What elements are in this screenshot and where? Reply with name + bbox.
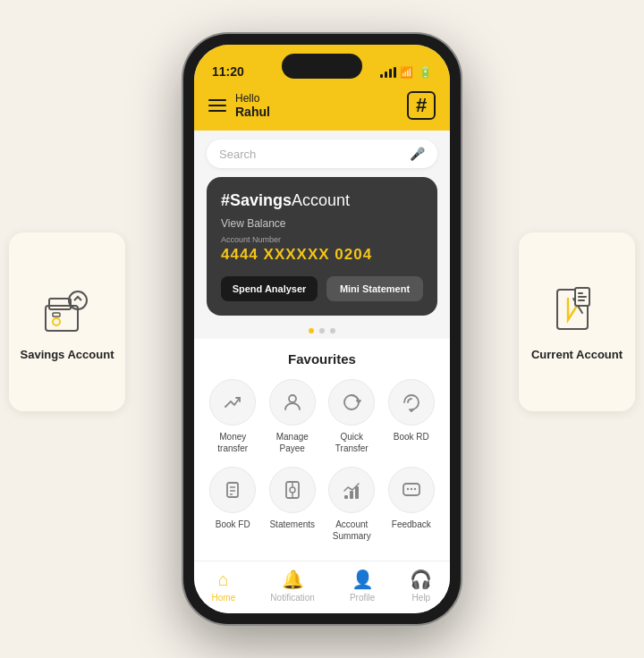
dot-2[interactable] [319, 328, 325, 333]
notification-icon: 🔔 [282, 569, 304, 590]
money-transfer-icon [209, 379, 256, 426]
svg-rect-8 [578, 296, 587, 298]
svg-rect-20 [355, 486, 359, 499]
bottom-nav: ⌂ Home 🔔 Notification 👤 Profile 🎧 Help [194, 561, 450, 613]
hamburger-line-2 [208, 105, 226, 106]
account-number-label: Account Number [221, 235, 423, 244]
feedback-icon [388, 467, 435, 513]
account-number: 4444 XXXXXX 0204 [221, 246, 423, 264]
battery-icon: 🔋 [419, 66, 432, 79]
nav-profile[interactable]: 👤 Profile [350, 569, 375, 603]
favourites-title: Favourites [194, 351, 450, 367]
svg-rect-18 [344, 495, 348, 499]
status-icons: 📶 🔋 [380, 66, 432, 79]
profile-icon: 👤 [352, 569, 374, 590]
fav-item-quick-transfer[interactable]: Quick Transfer [322, 379, 382, 454]
nav-notification[interactable]: 🔔 Notification [270, 569, 314, 603]
signal-bar-4 [394, 67, 396, 78]
account-title-rest: Account [292, 191, 350, 209]
svg-rect-4 [53, 313, 60, 316]
header-left: Hello Rahul [208, 92, 270, 119]
statements-label: Statements [269, 519, 315, 530]
savings-account-card[interactable]: Savings Account [9, 232, 125, 411]
account-card: #SavingsAccount View Balance Account Num… [207, 177, 437, 316]
card-buttons: Spend Analyser Mini Statement [221, 276, 423, 301]
status-time: 11:20 [212, 64, 244, 79]
search-container: Search 🎤 [194, 131, 450, 177]
svg-point-10 [289, 395, 296, 402]
home-label: Home [212, 593, 236, 603]
current-account-card[interactable]: Current Account [519, 232, 635, 411]
savings-icon [38, 281, 96, 338]
spend-analyser-button[interactable]: Spend Analyser [221, 276, 318, 301]
quick-transfer-label: Quick Transfer [325, 431, 378, 454]
book-fd-label: Book FD [216, 519, 250, 530]
account-title: #SavingsAccount [221, 191, 423, 210]
svg-point-17 [290, 487, 295, 493]
profile-label: Profile [350, 593, 375, 603]
fav-item-book-fd[interactable]: Book FD [203, 467, 263, 542]
favourites-section: Favourites Money transfer Mana [194, 339, 450, 561]
fav-item-book-rd[interactable]: Book RD [382, 379, 442, 454]
account-summary-icon [328, 467, 375, 513]
help-icon: 🎧 [410, 569, 432, 590]
view-balance[interactable]: View Balance [221, 217, 423, 230]
svg-point-22 [407, 488, 409, 490]
signal-bars [380, 67, 396, 78]
svg-rect-7 [578, 292, 583, 294]
hamburger-line-1 [208, 99, 226, 101]
help-label: Help [412, 593, 431, 603]
app-logo[interactable]: # [407, 91, 436, 120]
statements-icon [269, 467, 316, 513]
current-card-label: Current Account [531, 347, 623, 363]
nav-help[interactable]: 🎧 Help [410, 569, 432, 603]
manage-payee-label: Manage Payee [266, 431, 319, 454]
feedback-label: Feedback [392, 519, 431, 530]
book-rd-label: Book RD [394, 431, 429, 443]
account-card-container: #SavingsAccount View Balance Account Num… [194, 177, 450, 323]
manage-payee-icon [269, 379, 316, 426]
dynamic-island [282, 54, 362, 79]
favourites-grid: Money transfer Manage Payee [194, 379, 450, 542]
fav-item-statements[interactable]: Statements [263, 467, 323, 542]
header-greeting: Hello Rahul [235, 92, 270, 119]
money-transfer-label: Money transfer [206, 431, 259, 454]
phone-screen: 11:20 📶 🔋 [194, 45, 450, 613]
signal-bar-3 [389, 69, 392, 78]
nav-home[interactable]: ⌂ Home [212, 569, 236, 603]
fav-item-money-transfer[interactable]: Money transfer [203, 379, 263, 454]
greeting-name: Rahul [235, 105, 270, 119]
book-fd-icon [209, 467, 256, 513]
mic-icon[interactable]: 🎤 [410, 147, 425, 161]
svg-point-23 [411, 488, 412, 490]
savings-card-label: Savings Account [21, 347, 114, 363]
current-account-icon [548, 281, 606, 338]
dot-1[interactable] [309, 328, 314, 333]
signal-bar-1 [380, 74, 383, 78]
greeting-hello: Hello [235, 92, 270, 105]
dot-3[interactable] [330, 328, 335, 333]
fav-item-account-summary[interactable]: Account Summary [322, 467, 382, 542]
account-summary-label: Account Summary [325, 519, 378, 542]
home-icon: ⌂ [218, 569, 229, 590]
scene: Savings Account Current Account 11:20 [0, 0, 644, 658]
book-rd-icon [388, 379, 435, 426]
fav-item-feedback[interactable]: Feedback [382, 467, 442, 542]
quick-transfer-icon [328, 379, 375, 426]
svg-rect-19 [350, 491, 353, 499]
menu-button[interactable] [208, 99, 226, 112]
mini-statement-button[interactable]: Mini Statement [326, 276, 423, 301]
account-title-bold: #Savings [221, 191, 292, 209]
dots-indicator [194, 323, 450, 339]
hamburger-line-3 [208, 110, 226, 112]
wifi-icon: 📶 [400, 66, 413, 79]
svg-point-3 [53, 318, 60, 325]
svg-rect-1 [49, 299, 71, 309]
phone-frame: 11:20 📶 🔋 [183, 34, 461, 624]
search-bar[interactable]: Search 🎤 [207, 139, 437, 168]
svg-point-24 [414, 488, 416, 490]
fav-item-manage-payee[interactable]: Manage Payee [263, 379, 323, 454]
svg-rect-9 [578, 299, 585, 301]
search-placeholder: Search [219, 148, 256, 161]
signal-bar-2 [385, 72, 387, 78]
